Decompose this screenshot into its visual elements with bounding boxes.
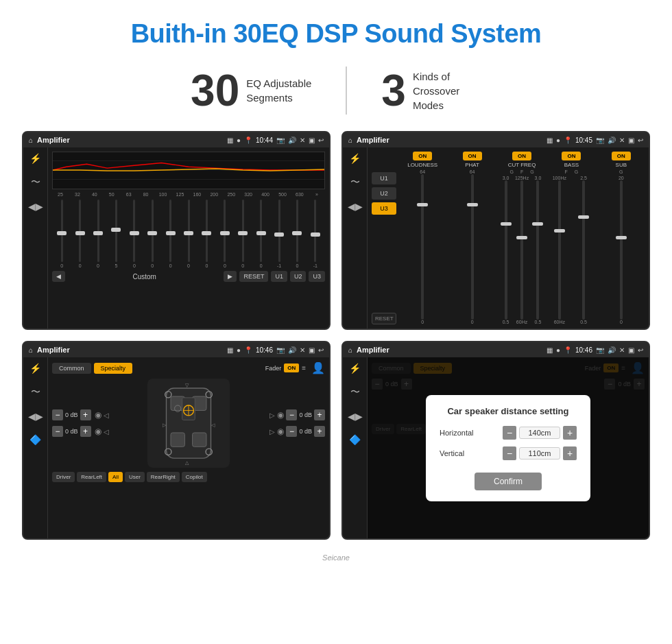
vol-adjust-icon-s2[interactable]: ◀▶: [348, 201, 363, 212]
slider-1[interactable]: [61, 200, 63, 262]
wave-icon-s3[interactable]: 〜: [31, 386, 40, 398]
rearright-btn-s3[interactable]: RearRight: [147, 472, 180, 482]
slider-4[interactable]: [115, 200, 117, 262]
slider-13[interactable]: [278, 200, 280, 262]
confirm-button[interactable]: Confirm: [475, 473, 542, 490]
vertical-row: Vertical − 110cm +: [440, 446, 577, 460]
stat-eq-number: 30: [191, 69, 239, 112]
slider-8[interactable]: [188, 200, 190, 262]
left-minus1-s3[interactable]: −: [52, 409, 63, 420]
back-icon-s1[interactable]: ↩: [318, 136, 324, 144]
sub-toggle[interactable]: ON: [612, 152, 631, 160]
slider-3[interactable]: [97, 200, 99, 262]
home-icon-s3[interactable]: ⌂: [29, 346, 33, 354]
back-icon-s2[interactable]: ↩: [638, 136, 643, 144]
wave-icon-s2[interactable]: 〜: [350, 176, 360, 189]
left-plus1-s3[interactable]: +: [80, 409, 91, 420]
fader-on-btn-s3[interactable]: ON: [284, 363, 299, 372]
slider-15[interactable]: [314, 200, 316, 262]
common-mode-btn-s3[interactable]: Common: [52, 363, 91, 374]
reset-button-s2[interactable]: RESET: [372, 313, 396, 324]
slider-6[interactable]: [152, 200, 154, 262]
u2-preset[interactable]: U2: [372, 187, 396, 200]
freq-250: 250: [224, 192, 238, 197]
eq-adjust-icon-s2[interactable]: ⚡: [349, 153, 361, 164]
u1-preset[interactable]: U1: [372, 172, 396, 184]
vol-adjust-icon-s3[interactable]: ◀▶: [28, 411, 43, 422]
fader-label-s3: Fader: [265, 365, 282, 372]
topbar-icons-s2: ▦ ● 📍 10:45 📷 🔊 ✕ ▣ ↩: [547, 136, 643, 144]
vol-adjust-icon-s1[interactable]: ◀▶: [28, 201, 43, 212]
play-button-s1[interactable]: ▶: [224, 271, 237, 282]
right-minus1-s3[interactable]: −: [286, 409, 297, 420]
home-icon-s4[interactable]: ⌂: [348, 346, 352, 354]
eq-curve-svg: [53, 152, 324, 189]
slider-11[interactable]: [242, 200, 244, 262]
right-plus1-s3[interactable]: +: [314, 409, 325, 420]
stat-crossover: 3 Kinds ofCrossover Modes: [347, 69, 516, 112]
slider-12[interactable]: [260, 200, 262, 262]
sv-14: 0: [296, 263, 299, 268]
back-icon-s4[interactable]: ↩: [638, 346, 643, 354]
slider-col-3: 0: [90, 200, 106, 268]
slider-5[interactable]: [133, 200, 135, 262]
slider-14[interactable]: [296, 200, 298, 262]
u3-button-s1[interactable]: U3: [309, 271, 325, 282]
eq-adjust-icon-s1[interactable]: ⚡: [29, 153, 41, 164]
u3-preset[interactable]: U3: [372, 202, 396, 215]
back-icon-s3[interactable]: ↩: [318, 346, 324, 354]
topbar-icons-s4: ▦ ● 📍 10:46 📷 🔊 ✕ ▣ ↩: [547, 346, 643, 354]
cutfreq-toggle[interactable]: ON: [512, 152, 531, 160]
channel-buttons-s3: Driver RearLeft All User RearRight Copil…: [52, 472, 325, 482]
wave-icon-s1[interactable]: 〜: [31, 176, 40, 189]
home-icon-s2[interactable]: ⌂: [348, 136, 352, 144]
slider-7[interactable]: [169, 200, 171, 262]
right-arrow-icon1-s3: ▷: [269, 412, 275, 419]
bluetooth-icon-s3[interactable]: 🔷: [29, 434, 41, 445]
slider-col-4: 5: [108, 200, 124, 268]
slider-2[interactable]: [79, 200, 81, 262]
wave-icon-s4[interactable]: 〜: [350, 386, 360, 398]
right-db-row2-s3: ▷ ◉ − 0 dB +: [269, 426, 325, 437]
left-arrow-icon1-s3: ◁: [104, 412, 109, 419]
sv-13: -1: [277, 263, 281, 268]
eq-adjust-icon-s3[interactable]: ⚡: [29, 363, 41, 374]
speaker-grid-s3: − 0 dB + ◉ ◁ − 0 dB + ◉ ◁: [52, 379, 325, 468]
copilot-btn-s3[interactable]: Copilot: [182, 472, 207, 482]
rearleft-btn-s3[interactable]: RearLeft: [77, 472, 106, 482]
user-btn-s3[interactable]: User: [125, 472, 145, 482]
prev-button[interactable]: ◀: [52, 271, 65, 282]
u2-button-s1[interactable]: U2: [290, 271, 307, 282]
vertical-plus-btn[interactable]: +: [563, 446, 577, 460]
loudness-toggle[interactable]: ON: [413, 152, 432, 160]
specialty-mode-btn-s3[interactable]: Specialty: [94, 363, 133, 374]
horizontal-minus-btn[interactable]: −: [503, 426, 516, 440]
slider-10[interactable]: [224, 200, 226, 262]
phat-channel: ON PHAT 64 0: [448, 152, 495, 324]
close-icon-s1: ✕: [300, 136, 305, 144]
right-plus2-s3[interactable]: +: [314, 426, 325, 437]
home-icon-s1[interactable]: ⌂: [29, 136, 33, 144]
watermark: Seicane: [0, 551, 672, 563]
bluetooth-icon-s4[interactable]: 🔷: [349, 434, 361, 445]
driver-btn-s3[interactable]: Driver: [52, 472, 75, 482]
all-btn-s3[interactable]: All: [108, 472, 123, 482]
right-minus2-s3[interactable]: −: [286, 426, 297, 437]
u1-button-s1[interactable]: U1: [271, 271, 287, 282]
eq-adjust-icon-s4[interactable]: ⚡: [349, 363, 361, 374]
horizontal-label: Horizontal: [440, 429, 488, 437]
sv-11: 0: [241, 263, 244, 268]
left-minus2-s3[interactable]: −: [52, 426, 63, 437]
layout-icon-s4: ▣: [628, 346, 634, 354]
vertical-minus-btn[interactable]: −: [503, 446, 516, 460]
slider-9[interactable]: [206, 200, 208, 262]
left-plus2-s3[interactable]: +: [80, 426, 91, 437]
phat-toggle[interactable]: ON: [463, 152, 482, 160]
vol-adjust-icon-s4[interactable]: ◀▶: [348, 411, 363, 422]
reset-button-s1[interactable]: RESET: [239, 271, 268, 282]
bass-toggle[interactable]: ON: [562, 152, 581, 160]
screen3-container: ⌂ Amplifier ▦ ● 📍 10:46 📷 🔊 ✕ ▣ ↩ ⚡ 〜 ◀▶…: [22, 341, 331, 540]
expand-icon[interactable]: »: [310, 192, 324, 197]
vol-icon-s1: 🔊: [288, 136, 296, 144]
horizontal-plus-btn[interactable]: +: [563, 426, 577, 440]
